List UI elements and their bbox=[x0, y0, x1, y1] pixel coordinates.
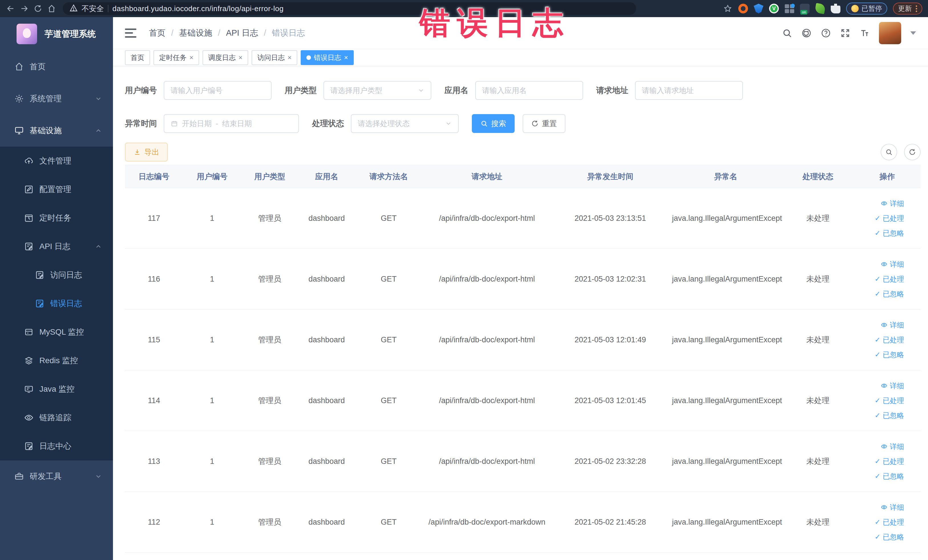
help-icon[interactable] bbox=[821, 28, 831, 38]
detail-link[interactable]: 详细 bbox=[881, 500, 904, 514]
mark-processed-link[interactable]: ✓ 已处理 bbox=[875, 211, 904, 225]
avatar[interactable] bbox=[879, 22, 901, 44]
mark-ignored-link[interactable]: ✓ 已忽略 bbox=[875, 287, 904, 301]
sidebar-item-log-center[interactable]: 日志中心 bbox=[0, 432, 113, 461]
tag-home[interactable]: 首页 bbox=[125, 50, 150, 65]
extension-orange-icon[interactable] bbox=[738, 4, 748, 14]
detail-link[interactable]: 详细 bbox=[881, 439, 904, 453]
paused-extension-badge[interactable]: 已暂停 bbox=[846, 3, 887, 15]
mark-ignored-link[interactable]: ✓ 已忽略 bbox=[875, 469, 904, 483]
sidebar-item-access-log[interactable]: 访问日志 bbox=[0, 261, 113, 289]
sidebar-item-error-log[interactable]: 错误日志 bbox=[0, 289, 113, 318]
sidebar-item-system[interactable]: 系统管理 bbox=[0, 83, 113, 115]
detail-link[interactable]: 详细 bbox=[881, 378, 904, 393]
mark-processed-link[interactable]: ✓ 已处理 bbox=[875, 515, 904, 529]
reset-button[interactable]: 重置 bbox=[523, 114, 565, 133]
breadcrumb-api-log[interactable]: API 日志 bbox=[226, 27, 258, 39]
close-icon[interactable]: × bbox=[238, 53, 243, 62]
toggle-search-button[interactable] bbox=[881, 144, 897, 160]
tag-job[interactable]: 定时任务× bbox=[154, 50, 199, 65]
url-text[interactable]: dashboard.yudao.iocoder.cn/infra/log/api… bbox=[112, 4, 284, 13]
user-id-input[interactable] bbox=[164, 81, 272, 100]
actions-cell: 详细 ✓ 已处理 ✓ 已忽略 bbox=[854, 188, 920, 249]
reload-icon[interactable] bbox=[33, 4, 43, 14]
log-id-cell: 116 bbox=[125, 249, 183, 310]
breadcrumb-infra[interactable]: 基础设施 bbox=[179, 27, 212, 39]
refresh-table-button[interactable] bbox=[904, 144, 920, 160]
edit-square-icon bbox=[24, 185, 34, 194]
extension-leaf-icon[interactable] bbox=[815, 3, 826, 14]
sidebar-item-infra[interactable]: 基础设施 bbox=[0, 115, 113, 146]
sidebar-item-mysql[interactable]: MySQL 监控 bbox=[0, 318, 113, 346]
tag-error-log[interactable]: 错误日志× bbox=[301, 50, 354, 65]
close-icon[interactable]: × bbox=[344, 53, 348, 62]
close-icon[interactable]: × bbox=[288, 53, 292, 62]
detail-link[interactable]: 详细 bbox=[881, 196, 904, 211]
forward-icon[interactable] bbox=[20, 4, 29, 14]
log-edit-icon bbox=[35, 270, 44, 280]
user-id-cell: 1 bbox=[183, 431, 241, 492]
address-bar[interactable]: 不安全 dashboard.yudao.iocoder.cn/infra/log… bbox=[63, 2, 636, 15]
sidebar-item-file[interactable]: 文件管理 bbox=[0, 146, 113, 175]
bookmark-star-icon[interactable] bbox=[723, 4, 733, 14]
tag-access-log[interactable]: 访问日志× bbox=[252, 50, 297, 65]
extensions-puzzle-icon[interactable] bbox=[831, 4, 840, 14]
font-size-icon[interactable] bbox=[859, 28, 870, 38]
mark-ignored-link[interactable]: ✓ 已忽略 bbox=[875, 530, 904, 544]
process-status-cell: 未处理 bbox=[782, 370, 854, 431]
app-name-input[interactable] bbox=[475, 81, 583, 100]
detail-link[interactable]: 详细 bbox=[881, 257, 904, 271]
check-icon: ✓ bbox=[875, 518, 881, 526]
user-type-select[interactable]: 请选择用户类型 bbox=[324, 81, 431, 100]
search-button[interactable]: 搜索 bbox=[472, 114, 514, 133]
sidebar-item-job[interactable]: 定时任务 bbox=[0, 204, 113, 232]
fullscreen-icon[interactable] bbox=[840, 28, 850, 38]
tag-job-log[interactable]: 调度日志× bbox=[203, 50, 248, 65]
sidebar-item-config[interactable]: 配置管理 bbox=[0, 175, 113, 204]
request-url-input[interactable] bbox=[635, 81, 743, 100]
home-icon bbox=[14, 62, 24, 72]
back-icon[interactable] bbox=[6, 4, 15, 14]
user-id-cell: 1 bbox=[183, 370, 241, 431]
process-status-select[interactable]: 请选择处理状态 bbox=[351, 114, 459, 133]
mark-processed-link[interactable]: ✓ 已处理 bbox=[875, 272, 904, 286]
active-dot bbox=[307, 55, 311, 60]
mark-processed-link[interactable]: ✓ 已处理 bbox=[875, 333, 904, 347]
detail-link[interactable]: 详细 bbox=[881, 318, 904, 332]
chevron-down-icon bbox=[95, 95, 102, 102]
close-icon[interactable]: × bbox=[189, 53, 194, 62]
sidebar-item-trace[interactable]: 链路追踪 bbox=[0, 403, 113, 432]
check-icon: ✓ bbox=[875, 290, 881, 298]
date-range-picker[interactable]: 开始日期 - 结束日期 bbox=[164, 114, 299, 133]
log-id-cell: 114 bbox=[125, 370, 183, 431]
export-button[interactable]: 导出 bbox=[125, 143, 168, 162]
sidebar-item-java[interactable]: Java 监控 bbox=[0, 375, 113, 403]
sidebar-item-redis[interactable]: Redis 监控 bbox=[0, 346, 113, 375]
mark-ignored-link[interactable]: ✓ 已忽略 bbox=[875, 348, 904, 362]
sidebar-item-dev-tools[interactable]: 研发工具 bbox=[0, 461, 113, 492]
mark-ignored-link[interactable]: ✓ 已忽略 bbox=[875, 408, 904, 423]
breadcrumb-home[interactable]: 首页 bbox=[149, 27, 165, 39]
method-cell: GET bbox=[355, 249, 423, 310]
extension-shield-icon[interactable] bbox=[754, 4, 763, 14]
screen: 不安全 dashboard.yudao.iocoder.cn/infra/log… bbox=[0, 0, 928, 560]
browser-update-menu[interactable]: 更新 bbox=[893, 3, 922, 15]
extension-grid-icon[interactable] bbox=[785, 4, 794, 14]
extension-green-v-icon[interactable]: V bbox=[769, 4, 779, 14]
user-id-cell: 1 bbox=[183, 310, 241, 370]
table-row: 113 1 管理员 dashboard GET /api/infra/db-do… bbox=[125, 431, 920, 492]
sidebar-item-home[interactable]: 首页 bbox=[0, 51, 113, 83]
user-type-label: 用户类型 bbox=[285, 85, 317, 96]
mark-processed-link[interactable]: ✓ 已处理 bbox=[875, 454, 904, 468]
mark-processed-link[interactable]: ✓ 已处理 bbox=[875, 394, 904, 407]
hamburger-icon[interactable] bbox=[125, 29, 136, 38]
exception-time-cell: 2021-05-02 23:32:28 bbox=[551, 431, 669, 492]
extension-switch-icon[interactable]: on bbox=[800, 4, 810, 14]
mark-ignored-link[interactable]: ✓ 已忽略 bbox=[875, 226, 904, 240]
sidebar-item-api-log[interactable]: API 日志 bbox=[0, 232, 113, 261]
github-icon[interactable] bbox=[801, 28, 812, 38]
search-icon[interactable] bbox=[782, 28, 792, 38]
caret-down-icon[interactable] bbox=[910, 31, 916, 35]
browser-home-icon[interactable] bbox=[47, 4, 56, 14]
security-label[interactable]: 不安全 bbox=[82, 4, 104, 14]
